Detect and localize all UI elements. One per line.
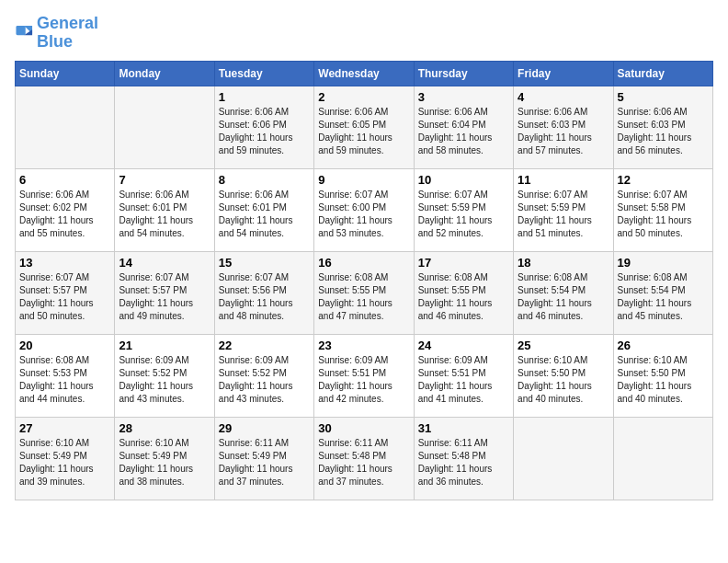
day-number: 7 (119, 173, 210, 187)
calendar-cell: 31Sunrise: 6:11 AM Sunset: 5:48 PM Dayli… (414, 417, 513, 500)
calendar-cell: 27Sunrise: 6:10 AM Sunset: 5:49 PM Dayli… (16, 417, 115, 500)
day-number: 12 (618, 173, 709, 187)
day-info: Sunrise: 6:09 AM Sunset: 5:51 PM Dayligh… (418, 354, 509, 406)
logo-text: General Blue (37, 15, 98, 52)
day-info: Sunrise: 6:10 AM Sunset: 5:50 PM Dayligh… (518, 354, 609, 406)
day-number: 31 (418, 421, 509, 435)
calendar-cell: 4Sunrise: 6:06 AM Sunset: 6:03 PM Daylig… (514, 86, 613, 168)
day-info: Sunrise: 6:06 AM Sunset: 6:01 PM Dayligh… (119, 189, 210, 240)
logo-icon (15, 23, 35, 43)
day-number: 4 (518, 90, 609, 104)
week-row-0: 1Sunrise: 6:06 AM Sunset: 6:06 PM Daylig… (16, 86, 713, 168)
day-info: Sunrise: 6:08 AM Sunset: 5:54 PM Dayligh… (618, 271, 709, 323)
day-info: Sunrise: 6:11 AM Sunset: 5:48 PM Dayligh… (318, 437, 409, 488)
day-info: Sunrise: 6:11 AM Sunset: 5:49 PM Dayligh… (219, 437, 310, 488)
day-number: 25 (518, 339, 609, 352)
day-info: Sunrise: 6:07 AM Sunset: 5:58 PM Dayligh… (618, 189, 709, 240)
day-info: Sunrise: 6:10 AM Sunset: 5:49 PM Dayligh… (19, 437, 110, 488)
day-info: Sunrise: 6:07 AM Sunset: 5:57 PM Dayligh… (119, 271, 210, 323)
calendar-cell: 1Sunrise: 6:06 AM Sunset: 6:06 PM Daylig… (214, 86, 313, 168)
day-number: 1 (219, 90, 310, 104)
calendar-cell: 8Sunrise: 6:06 AM Sunset: 6:01 PM Daylig… (214, 168, 313, 251)
header-friday: Friday (514, 61, 613, 86)
calendar-cell (16, 86, 115, 168)
day-info: Sunrise: 6:08 AM Sunset: 5:55 PM Dayligh… (418, 271, 509, 323)
day-number: 19 (618, 256, 709, 270)
header-monday: Monday (115, 61, 214, 86)
calendar-cell: 18Sunrise: 6:08 AM Sunset: 5:54 PM Dayli… (514, 251, 613, 334)
calendar-cell: 19Sunrise: 6:08 AM Sunset: 5:54 PM Dayli… (613, 251, 712, 334)
day-info: Sunrise: 6:06 AM Sunset: 6:03 PM Dayligh… (618, 106, 709, 157)
header-saturday: Saturday (613, 61, 712, 86)
calendar-cell: 11Sunrise: 6:07 AM Sunset: 5:59 PM Dayli… (514, 168, 613, 251)
header-thursday: Thursday (414, 61, 513, 86)
calendar-cell: 10Sunrise: 6:07 AM Sunset: 5:59 PM Dayli… (414, 168, 513, 251)
day-info: Sunrise: 6:07 AM Sunset: 5:56 PM Dayligh… (219, 271, 310, 323)
calendar-cell: 30Sunrise: 6:11 AM Sunset: 5:48 PM Dayli… (314, 417, 414, 500)
calendar-cell: 13Sunrise: 6:07 AM Sunset: 5:57 PM Dayli… (16, 251, 115, 334)
day-number: 24 (418, 339, 509, 352)
calendar-cell: 16Sunrise: 6:08 AM Sunset: 5:55 PM Dayli… (314, 251, 414, 334)
calendar-cell: 15Sunrise: 6:07 AM Sunset: 5:56 PM Dayli… (214, 251, 313, 334)
calendar-cell: 14Sunrise: 6:07 AM Sunset: 5:57 PM Dayli… (115, 251, 214, 334)
calendar-cell: 5Sunrise: 6:06 AM Sunset: 6:03 PM Daylig… (613, 86, 712, 168)
calendar-cell: 2Sunrise: 6:06 AM Sunset: 6:05 PM Daylig… (314, 86, 414, 168)
day-number: 27 (19, 421, 110, 435)
day-number: 20 (19, 339, 110, 352)
day-number: 9 (318, 173, 409, 187)
header-row: Sunday Monday Tuesday Wednesday Thursday… (16, 61, 713, 86)
logo: General Blue (15, 15, 98, 52)
header-tuesday: Tuesday (214, 61, 313, 86)
calendar-cell: 9Sunrise: 6:07 AM Sunset: 6:00 PM Daylig… (314, 168, 414, 251)
day-number: 5 (618, 90, 709, 104)
calendar-cell: 20Sunrise: 6:08 AM Sunset: 5:53 PM Dayli… (16, 334, 115, 417)
calendar-cell: 21Sunrise: 6:09 AM Sunset: 5:52 PM Dayli… (115, 334, 214, 417)
day-info: Sunrise: 6:07 AM Sunset: 5:59 PM Dayligh… (418, 189, 509, 240)
calendar-cell: 12Sunrise: 6:07 AM Sunset: 5:58 PM Dayli… (613, 168, 712, 251)
day-number: 11 (518, 173, 609, 187)
day-number: 17 (418, 256, 509, 270)
day-info: Sunrise: 6:10 AM Sunset: 5:50 PM Dayligh… (618, 354, 709, 406)
calendar-cell: 23Sunrise: 6:09 AM Sunset: 5:51 PM Dayli… (314, 334, 414, 417)
day-number: 18 (518, 256, 609, 270)
day-info: Sunrise: 6:06 AM Sunset: 6:01 PM Dayligh… (219, 189, 310, 240)
calendar-cell: 22Sunrise: 6:09 AM Sunset: 5:52 PM Dayli… (214, 334, 313, 417)
day-number: 26 (618, 339, 709, 352)
day-info: Sunrise: 6:06 AM Sunset: 6:02 PM Dayligh… (19, 189, 110, 240)
calendar-table: Sunday Monday Tuesday Wednesday Thursday… (15, 61, 713, 500)
day-number: 6 (19, 173, 110, 187)
page-header: General Blue (15, 15, 713, 52)
day-info: Sunrise: 6:08 AM Sunset: 5:54 PM Dayligh… (518, 271, 609, 323)
calendar-cell: 6Sunrise: 6:06 AM Sunset: 6:02 PM Daylig… (16, 168, 115, 251)
calendar-cell: 26Sunrise: 6:10 AM Sunset: 5:50 PM Dayli… (613, 334, 712, 417)
day-number: 2 (318, 90, 409, 104)
calendar-cell: 29Sunrise: 6:11 AM Sunset: 5:49 PM Dayli… (214, 417, 313, 500)
calendar-cell: 25Sunrise: 6:10 AM Sunset: 5:50 PM Dayli… (514, 334, 613, 417)
day-info: Sunrise: 6:07 AM Sunset: 5:57 PM Dayligh… (19, 271, 110, 323)
day-number: 22 (219, 339, 310, 352)
day-info: Sunrise: 6:09 AM Sunset: 5:52 PM Dayligh… (219, 354, 310, 406)
calendar-cell: 3Sunrise: 6:06 AM Sunset: 6:04 PM Daylig… (414, 86, 513, 168)
week-row-4: 27Sunrise: 6:10 AM Sunset: 5:49 PM Dayli… (16, 417, 713, 500)
day-info: Sunrise: 6:08 AM Sunset: 5:53 PM Dayligh… (19, 354, 110, 406)
day-info: Sunrise: 6:08 AM Sunset: 5:55 PM Dayligh… (318, 271, 409, 323)
day-number: 15 (219, 256, 310, 270)
day-number: 21 (119, 339, 210, 352)
day-number: 3 (418, 90, 509, 104)
day-number: 30 (318, 421, 409, 435)
day-info: Sunrise: 6:10 AM Sunset: 5:49 PM Dayligh… (119, 437, 210, 488)
calendar-cell (115, 86, 214, 168)
day-number: 28 (119, 421, 210, 435)
day-number: 10 (418, 173, 509, 187)
day-info: Sunrise: 6:09 AM Sunset: 5:51 PM Dayligh… (318, 354, 409, 406)
calendar-cell: 24Sunrise: 6:09 AM Sunset: 5:51 PM Dayli… (414, 334, 513, 417)
calendar-cell: 17Sunrise: 6:08 AM Sunset: 5:55 PM Dayli… (414, 251, 513, 334)
header-wednesday: Wednesday (314, 61, 414, 86)
day-info: Sunrise: 6:06 AM Sunset: 6:06 PM Dayligh… (219, 106, 310, 157)
week-row-1: 6Sunrise: 6:06 AM Sunset: 6:02 PM Daylig… (16, 168, 713, 251)
day-number: 29 (219, 421, 310, 435)
day-info: Sunrise: 6:06 AM Sunset: 6:03 PM Dayligh… (518, 106, 609, 157)
day-number: 14 (119, 256, 210, 270)
week-row-2: 13Sunrise: 6:07 AM Sunset: 5:57 PM Dayli… (16, 251, 713, 334)
day-info: Sunrise: 6:06 AM Sunset: 6:05 PM Dayligh… (318, 106, 409, 157)
